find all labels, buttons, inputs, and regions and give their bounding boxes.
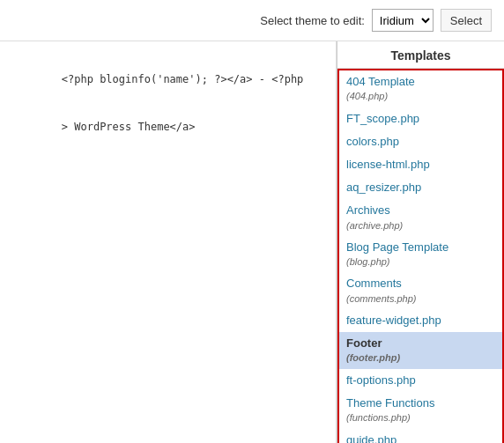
template-item[interactable]: feature-widget.php (339, 309, 502, 332)
template-item-name: Comments (346, 276, 495, 292)
template-item-file: (blog.php) (346, 255, 495, 269)
code-line-2: > WordPress Theme</a> (62, 121, 196, 133)
template-item-name: aq_resizer.php (346, 180, 495, 196)
page-wrapper: Select theme to edit: Iridium Select <?p… (0, 0, 504, 443)
top-bar: Select theme to edit: Iridium Select (0, 0, 504, 41)
select-button[interactable]: Select (441, 9, 492, 32)
template-item-name: FT_scope.php (346, 111, 495, 127)
template-item-name: 404 Template (346, 74, 495, 90)
template-item-name: Archives (346, 203, 495, 218)
template-item-name: license-html.php (346, 157, 495, 173)
template-item-file: (functions.php) (346, 411, 495, 425)
template-item-name: Blog Page Template (346, 240, 495, 255)
template-item-file: (comments.php) (346, 292, 495, 306)
template-item-name: Footer (346, 336, 495, 351)
template-item-file: (404.php) (346, 90, 495, 103)
template-item[interactable]: Blog Page Template(blog.php) (339, 236, 502, 273)
template-item[interactable]: FT_scope.php (339, 107, 502, 130)
editor-code: <?php bloginfo('name'); ?></a> - <?php >… (11, 55, 325, 151)
right-panel: Templates 404 Template(404.php)FT_scope.… (337, 41, 504, 443)
main-area: <?php bloginfo('name'); ?></a> - <?php >… (0, 41, 504, 443)
template-item-file: (footer.php) (346, 351, 495, 365)
template-item-name: Theme Functions (346, 395, 495, 411)
template-item[interactable]: Footer(footer.php) (339, 332, 502, 369)
template-item[interactable]: colors.php (339, 130, 502, 153)
template-item[interactable]: aq_resizer.php (339, 176, 502, 199)
template-item[interactable]: Comments(comments.php) (339, 272, 502, 309)
template-item-name: feature-widget.php (346, 313, 495, 329)
template-item-name: colors.php (346, 134, 495, 150)
templates-list: 404 Template(404.php)FT_scope.phpcolors.… (337, 69, 504, 443)
template-item[interactable]: guide.php (339, 429, 502, 443)
template-item[interactable]: ft-options.php (339, 369, 502, 392)
code-line-1: <?php bloginfo('name'); ?></a> - <?php (62, 73, 304, 85)
template-item-name: guide.php (346, 432, 495, 443)
template-item-name: ft-options.php (346, 373, 495, 388)
templates-header: Templates (337, 41, 504, 69)
theme-select-label: Select theme to edit: (260, 14, 365, 27)
template-item-file: (archive.php) (346, 219, 495, 233)
editor-panel: <?php bloginfo('name'); ?></a> - <?php >… (0, 41, 337, 443)
template-item[interactable]: license-html.php (339, 153, 502, 176)
template-item[interactable]: Theme Functions(functions.php) (339, 392, 502, 429)
template-item[interactable]: Archives(archive.php) (339, 199, 502, 236)
template-item[interactable]: 404 Template(404.php) (339, 70, 502, 107)
theme-select[interactable]: Iridium (372, 9, 434, 32)
